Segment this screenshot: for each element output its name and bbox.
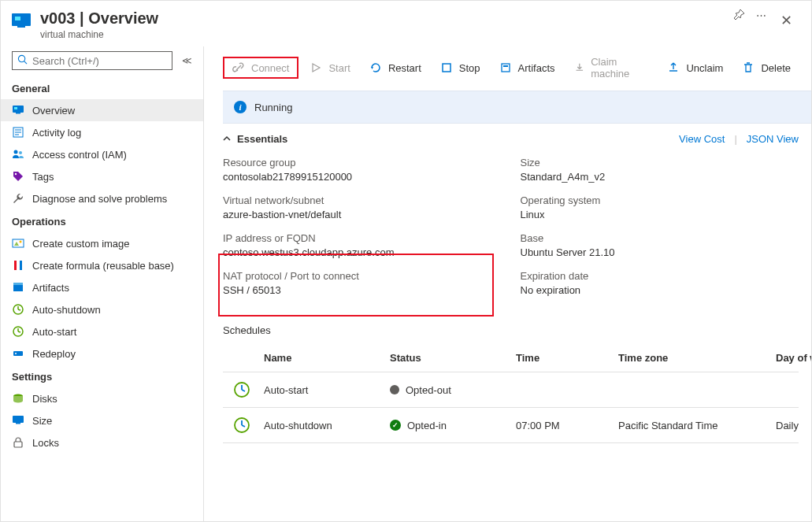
unclaim-button[interactable]: Unclaim [659,58,731,77]
sidebar-label: Activity log [32,127,81,139]
sidebar-item-disks[interactable]: Disks [1,387,203,409]
disks-icon [12,392,24,405]
sidebar-label: Redeploy [32,348,76,360]
svg-line-25 [18,309,20,310]
svg-rect-19 [14,261,17,270]
svg-rect-38 [502,64,510,72]
table-row[interactable]: Auto-shutdown ✓ Opted-in 07:00 PM Pacifi… [223,408,799,443]
prop-os: Operating system Linux [521,194,799,222]
tag-icon [12,170,24,183]
svg-point-18 [20,241,22,243]
schedules-table: Name Status Time Time zone Day of week A… [223,344,799,443]
search-box[interactable] [12,51,172,70]
svg-rect-3 [20,24,23,28]
search-input[interactable] [32,55,167,67]
sidebar-label: Create formula (reusable base) [32,260,174,272]
svg-line-42 [242,390,245,391]
svg-rect-22 [13,283,23,285]
prop-expiration: Expiration date No expiration [521,269,799,298]
svg-rect-0 [12,13,31,26]
sidebar-item-locks[interactable]: Locks [1,431,203,454]
json-view-link[interactable]: JSON View [747,133,799,145]
view-cost-link[interactable]: View Cost [679,133,725,145]
people-icon [12,148,24,161]
svg-point-30 [15,353,17,354]
svg-point-4 [18,55,24,61]
sidebar-item-create-custom-image[interactable]: Create custom image [1,232,203,254]
image-icon [12,237,24,250]
prop-ip-fqdn: IP address or FQDN contoso.westus3.cloud… [223,231,502,260]
page-title: v003 | Overview [40,9,726,28]
essentials-toggle[interactable]: Essentials [223,133,287,145]
delete-button[interactable]: Delete [734,58,799,77]
search-icon [17,54,28,67]
table-row[interactable]: Auto-start Opted-out [223,372,799,408]
sidebar-label: Diagnose and solve problems [32,193,167,205]
sidebar-item-access-control[interactable]: Access control (IAM) [1,143,203,165]
status-dot-gray [390,385,399,394]
size-icon [12,414,24,427]
svg-rect-37 [443,64,450,72]
clock-icon [12,303,24,316]
resource-group-link[interactable]: contosolab21789915120000 [223,170,502,184]
svg-rect-39 [503,65,508,67]
sidebar-item-overview[interactable]: Overview [1,99,203,121]
more-icon[interactable]: ⋯ [756,9,766,21]
restart-button[interactable]: Restart [362,58,429,77]
vnet-link[interactable]: azure-bastion-vnet/default [223,208,502,222]
page-subtitle: virtual machine [40,29,726,40]
sidebar-label: Disks [32,393,57,405]
unclaim-icon [667,61,680,74]
lock-icon [12,436,24,449]
connect-button[interactable]: Connect [223,57,298,79]
status-bar: i Running [223,91,811,124]
svg-rect-8 [16,113,20,114]
section-settings: Settings [1,365,203,387]
svg-marker-36 [371,67,373,69]
sidebar-item-artifacts[interactable]: Artifacts [1,276,203,298]
chevron-up-icon [223,133,231,145]
stop-button[interactable]: Stop [432,58,488,77]
close-button[interactable]: ✕ [774,9,799,32]
sidebar-item-auto-start[interactable]: Auto-start [1,320,203,342]
svg-point-13 [14,150,18,154]
redeploy-icon [12,347,24,360]
clock-icon [232,380,251,399]
sidebar-item-size[interactable]: Size [1,409,203,431]
pin-icon[interactable] [734,9,745,22]
status-check-icon: ✓ [390,420,401,431]
table-header: Name Status Time Time zone Day of week [223,344,799,372]
prop-vnet: Virtual network/subnet azure-bastion-vne… [223,194,502,222]
play-icon [310,61,322,74]
prop-nat-port: NAT protocol / Port to connect SSH / 650… [223,269,502,298]
collapse-sidebar-icon[interactable]: ≪ [179,52,195,69]
sidebar-label: Size [32,415,52,427]
stop-icon [440,61,453,74]
svg-rect-21 [13,284,23,291]
svg-marker-17 [14,242,19,246]
sidebar-label: Artifacts [32,282,69,294]
sidebar-item-activity-log[interactable]: Activity log [1,121,203,143]
sidebar-label: Overview [32,105,75,117]
sidebar-item-diagnose[interactable]: Diagnose and solve problems [1,187,203,209]
svg-rect-33 [16,423,20,424]
sidebar-item-tags[interactable]: Tags [1,165,203,187]
svg-rect-34 [14,442,22,447]
sidebar-label: Locks [32,437,59,449]
info-icon: i [234,101,247,113]
sidebar-label: Create custom image [32,238,130,250]
sidebar-item-create-formula[interactable]: Create formula (reusable base) [1,254,203,276]
artifacts-button[interactable]: Artifacts [491,58,563,77]
sidebar-label: Auto-start [32,326,76,338]
svg-line-28 [18,331,20,332]
sidebar-label: Tags [32,171,54,183]
claim-button: Claim machine [566,53,657,83]
svg-marker-35 [313,64,320,72]
sidebar-item-redeploy[interactable]: Redeploy [1,342,203,365]
clock-icon [12,325,24,338]
svg-point-14 [19,151,22,154]
sidebar-label: Auto-shutdown [32,304,101,316]
prop-resource-group: Resource group contosolab21789915120000 [223,156,502,184]
svg-rect-16 [13,239,24,247]
sidebar-item-auto-shutdown[interactable]: Auto-shutdown [1,298,203,320]
